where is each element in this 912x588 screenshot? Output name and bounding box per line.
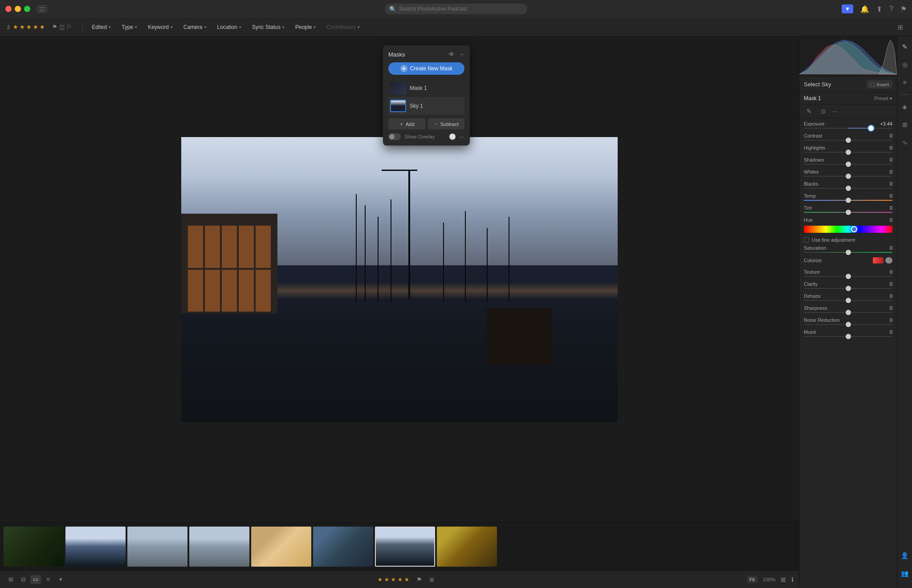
edit-icon[interactable]: ✎ — [899, 41, 911, 53]
fit-button[interactable]: Fit — [747, 576, 757, 583]
grid-icon[interactable]: ⊞ — [899, 119, 911, 130]
temp-knob[interactable] — [846, 198, 851, 203]
exposure-knob[interactable] — [868, 126, 874, 131]
saturation-slider[interactable] — [804, 252, 892, 253]
mask-item-sky1[interactable]: Sky 1 — [388, 97, 464, 115]
shadows-knob[interactable] — [846, 162, 851, 167]
circle-dot-icon[interactable]: ◎ — [899, 59, 911, 70]
dropdown-people[interactable]: People ▾ — [292, 23, 319, 32]
filmstrip-thumb-6[interactable] — [313, 527, 373, 567]
grid-view-icon[interactable]: ⊞ — [896, 22, 905, 32]
exposure-slider[interactable] — [804, 128, 892, 129]
overlay-color[interactable] — [449, 134, 456, 140]
sharpness-slider[interactable] — [804, 312, 892, 313]
square-view-button[interactable]: ⊟ — [18, 575, 28, 584]
tint-knob[interactable] — [846, 210, 851, 215]
notification-icon[interactable]: ⚑ — [900, 5, 907, 13]
blacks-slider[interactable] — [804, 188, 892, 189]
person2-icon[interactable]: 👥 — [899, 568, 911, 579]
more-options-icon[interactable]: ··· — [832, 108, 838, 115]
fullscreen-button[interactable] — [24, 6, 30, 12]
filmstrip-thumb-8[interactable] — [437, 527, 497, 567]
filter-button[interactable]: ▼ — [842, 4, 853, 13]
circle-icon[interactable]: ⊙ — [818, 106, 829, 116]
dropdown-type[interactable]: Type ▾ — [118, 23, 141, 32]
fine-adjustment-checkbox[interactable] — [804, 237, 809, 243]
flag-icon-1[interactable]: ⚑ — [52, 24, 57, 30]
bottom-star-1[interactable]: ★ — [378, 576, 383, 583]
dropdown-edited[interactable]: Edited ▾ — [88, 23, 114, 32]
add-button[interactable]: ＋ Add — [388, 118, 425, 130]
saturation-knob[interactable] — [846, 250, 851, 255]
list-view-button[interactable]: ≡ — [43, 575, 53, 584]
star-5[interactable]: ★ — [40, 24, 45, 30]
temp-slider[interactable] — [804, 200, 892, 201]
mask-item-mask1[interactable]: Mask 1 — [388, 79, 464, 97]
whites-knob[interactable] — [846, 174, 851, 179]
hue-knob[interactable] — [851, 226, 857, 232]
star-1[interactable]: ★ — [13, 24, 18, 30]
blacks-knob[interactable] — [846, 186, 851, 191]
compare-icon[interactable]: ⊠ — [781, 576, 786, 583]
subtract-button[interactable]: － Subtract — [428, 118, 465, 130]
whites-slider[interactable] — [804, 176, 892, 177]
texture-knob[interactable] — [846, 274, 851, 279]
invert-button[interactable]: ⬚ Invert — [867, 80, 892, 89]
list-chevron-button[interactable]: ▾ — [55, 575, 66, 584]
filmstrip-thumb-1[interactable] — [4, 527, 64, 567]
grid-view-button[interactable]: ⊞ — [5, 575, 16, 584]
preset-button[interactable]: Preset ▾ — [874, 96, 892, 101]
filmstrip-thumb-3[interactable] — [127, 527, 187, 567]
dropdown-keyword[interactable]: Keyword ▾ — [144, 23, 176, 32]
shadows-slider[interactable] — [804, 164, 892, 165]
star-2[interactable]: ★ — [20, 24, 25, 30]
texture-slider[interactable] — [804, 276, 892, 277]
info-icon[interactable]: ℹ — [791, 576, 794, 583]
filmstrip-thumb-2[interactable] — [65, 527, 126, 567]
dehaze-knob[interactable] — [846, 298, 851, 303]
bottom-star-2[interactable]: ★ — [384, 576, 389, 583]
filmstrip-thumb-4[interactable] — [189, 527, 249, 567]
bottom-flag-icon[interactable]: ⚑ — [416, 576, 422, 583]
mask-icon[interactable]: ◈ — [899, 101, 911, 113]
bottom-star-4[interactable]: ★ — [398, 576, 403, 583]
search-bar[interactable]: 🔍 — [385, 4, 527, 14]
eye-icon[interactable]: 👁 — [448, 51, 455, 58]
arrow-right-icon[interactable]: → — [458, 51, 464, 58]
single-view-button[interactable]: ▭ — [30, 575, 41, 584]
show-overlay-toggle[interactable] — [388, 133, 401, 140]
flag-icon-3[interactable]: ⚐ — [66, 24, 72, 30]
dehaze-slider[interactable] — [804, 300, 892, 301]
noise-reduction-knob[interactable] — [846, 322, 851, 327]
wave-icon[interactable]: ∿ — [899, 137, 911, 148]
bottom-star-3[interactable]: ★ — [391, 576, 396, 583]
search-input[interactable] — [399, 6, 523, 12]
highlights-knob[interactable] — [846, 150, 851, 155]
moire-slider[interactable] — [804, 336, 892, 337]
bottom-target-icon[interactable]: ⊛ — [429, 576, 435, 583]
bottom-rating[interactable]: ★ ★ ★ ★ ★ — [378, 576, 409, 583]
contrast-slider[interactable] — [804, 140, 892, 141]
colorize-toggle[interactable] — [885, 257, 892, 264]
share-icon[interactable]: ⬆ — [876, 5, 882, 13]
dropdown-contributors[interactable]: Contributors ▾ — [323, 23, 363, 32]
flag-icon-2[interactable]: ◫ — [59, 24, 65, 30]
star-3[interactable]: ★ — [26, 24, 32, 30]
adjust-icon[interactable]: ✎ — [804, 106, 814, 116]
filmstrip-thumb-7[interactable] — [375, 527, 435, 567]
create-new-mask-button[interactable]: + Create New Mask — [388, 62, 464, 75]
dropdown-camera[interactable]: Camera ▾ — [180, 23, 210, 32]
star-4[interactable]: ★ — [33, 24, 38, 30]
filmstrip-thumb-5[interactable] — [251, 527, 311, 567]
dropdown-location[interactable]: Location ▾ — [214, 23, 245, 32]
sliders-icon[interactable]: ≡ — [899, 77, 911, 88]
sharpness-knob[interactable] — [846, 310, 851, 315]
highlights-slider[interactable] — [804, 152, 892, 153]
minimize-button[interactable] — [15, 6, 21, 12]
contrast-knob[interactable] — [846, 138, 851, 143]
ellipsis-button[interactable]: ··· — [459, 133, 464, 140]
dropdown-sync-status[interactable]: Sync Status ▾ — [248, 23, 288, 32]
person-icon[interactable]: 👤 — [899, 550, 911, 561]
noise-reduction-slider[interactable] — [804, 324, 892, 325]
bell-icon[interactable]: 🔔 — [860, 5, 869, 13]
